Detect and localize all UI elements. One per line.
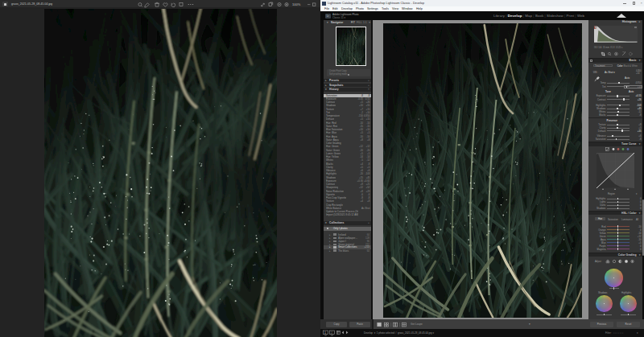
- svg-text:1: 1: [324, 331, 326, 335]
- svg-text:2: 2: [331, 331, 332, 335]
- svg-text:100%: 100%: [292, 2, 301, 6]
